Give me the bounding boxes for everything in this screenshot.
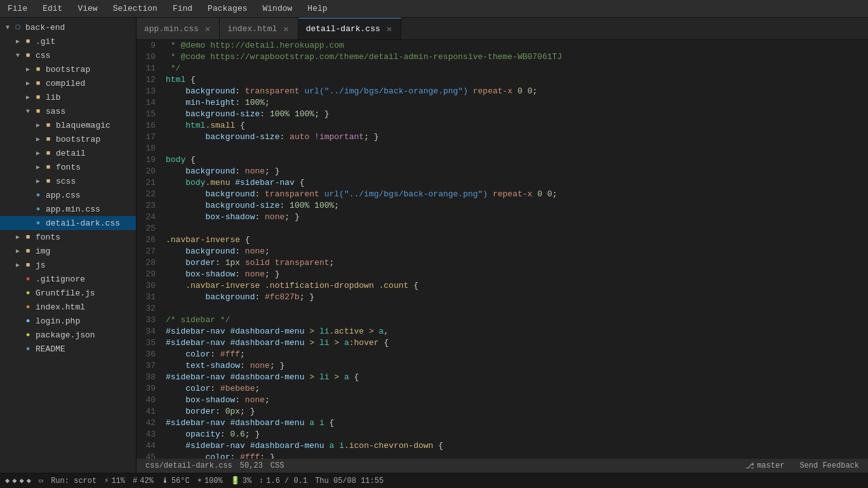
line-16: 16 html.small {: [137, 120, 868, 132]
sidebar-item-login-php[interactable]: ▶ ● login.php: [0, 314, 136, 328]
lib-label: lib: [46, 93, 60, 102]
sidebar-item-gruntfile[interactable]: ▶ ● Gruntfile.js: [0, 286, 136, 300]
sidebar-item-index-html[interactable]: ▶ ● index.html: [0, 300, 136, 314]
brightness-val: 100%: [204, 477, 223, 485]
menu-view[interactable]: View: [75, 3, 100, 15]
compiled-arrow: ▶: [23, 79, 33, 87]
line-11: 11 */: [137, 63, 868, 74]
sass-fonts-label: fonts: [56, 163, 81, 172]
menu-selection[interactable]: Selection: [110, 3, 160, 15]
tab-app-min-css-close[interactable]: ✕: [204, 24, 211, 34]
send-feedback[interactable]: Send Feedback: [796, 459, 863, 473]
sidebar-root[interactable]: ▼ □ back-end: [0, 20, 136, 34]
screen-symbol: ▭: [39, 476, 43, 485]
battery: 🔋 3%: [230, 476, 251, 485]
filepath: css/detail-dark.css: [142, 459, 236, 473]
tab-index-html[interactable]: index.html ✕: [220, 18, 298, 39]
line-45: 45 color: #fff; }: [137, 452, 868, 459]
fonts-arrow: ▶: [13, 233, 23, 241]
sidebar-item-sass[interactable]: ▼ ■ sass: [0, 104, 136, 118]
line-14: 14 min-height: 100%;: [137, 97, 868, 109]
datetime: Thu 05/08 11:55: [315, 477, 384, 485]
menu-packages[interactable]: Packages: [205, 3, 250, 15]
statusbar: css/detail-dark.css 50,23 CSS ⎇ master S…: [137, 459, 868, 473]
line-38: 38#sidebar-nav #dashboard-menu > li > a …: [137, 372, 868, 383]
sidebar-item-scss[interactable]: ▶ ■ scss: [0, 174, 136, 188]
cursor-position: 50,23: [236, 459, 267, 473]
sidebar-item-detail-dark-css[interactable]: ▶ ● detail-dark.css: [0, 216, 136, 230]
package-json-icon: ●: [23, 330, 33, 340]
root-label: back-end: [25, 23, 65, 32]
tab-detail-dark-css[interactable]: detail-dark.css ✕: [298, 18, 401, 39]
menu-find[interactable]: Find: [170, 3, 195, 15]
blaquemagic-arrow: ▶: [33, 121, 43, 129]
tab-app-min-css-label: app.min.css: [144, 24, 199, 34]
menu-window[interactable]: Window: [260, 3, 295, 15]
line-37: 37 text-shadow: none; }: [137, 360, 868, 372]
git-branch[interactable]: ⎇ master: [742, 459, 788, 473]
sidebar-item-css[interactable]: ▼ ■ css: [0, 48, 136, 62]
network-val: 1.6 / 0.1: [266, 477, 307, 485]
detail-dark-css-label: detail-dark.css: [46, 219, 120, 228]
code-editor[interactable]: 9 * @demo http://detail.herokuapp.com 10…: [137, 40, 868, 459]
line-10: 10 * @code https://wrapbootstrap.com/the…: [137, 51, 868, 63]
run-text: Run: scrot: [51, 477, 97, 485]
app-css-icon: ●: [33, 190, 43, 200]
menu-edit[interactable]: Edit: [40, 3, 65, 15]
detail-label: detail: [56, 149, 86, 158]
detail-folder-icon: ■: [43, 148, 53, 158]
sidebar-item-blaquemagic[interactable]: ▶ ■ blaquemagic: [0, 118, 136, 132]
scss-folder-icon: ■: [43, 176, 53, 186]
menubar: File Edit View Selection Find Packages W…: [0, 0, 868, 18]
line-36: 36 color: #fff;: [137, 349, 868, 360]
sidebar-item-lib[interactable]: ▶ ■ lib: [0, 90, 136, 104]
root-arrow: ▼: [3, 24, 13, 31]
js-folder-icon: ■: [23, 260, 33, 270]
percent2-val: 42%: [140, 477, 154, 485]
sidebar-item-package-json[interactable]: ▶ ● package.json: [0, 328, 136, 342]
tab-index-html-close[interactable]: ✕: [282, 24, 290, 34]
gruntfile-icon: ●: [23, 288, 33, 298]
sidebar-item-sass-fonts[interactable]: ▶ ■ fonts: [0, 160, 136, 174]
line-15: 15 background-size: 100% 100%; }: [137, 109, 868, 120]
sidebar-item-app-css[interactable]: ▶ ● app.css: [0, 188, 136, 202]
sidebar-item-fonts[interactable]: ▶ ■ fonts: [0, 230, 136, 244]
temp-icon: 🌡: [161, 476, 169, 485]
menu-help[interactable]: Help: [305, 3, 330, 15]
tab-app-min-css[interactable]: app.min.css ✕: [137, 18, 220, 39]
battery-bat-icon: 🔋: [230, 476, 240, 485]
percent1-val: 11%: [111, 477, 125, 485]
line-32: 32: [137, 303, 868, 315]
sidebar-item-compiled[interactable]: ▶ ■ compiled: [0, 76, 136, 90]
network-icon: ↕: [259, 477, 264, 485]
line-30: 30 .navbar-inverse .notification-dropdow…: [137, 280, 868, 292]
sidebar-item-app-min-css[interactable]: ▶ ● app.min.css: [0, 202, 136, 216]
mem-icon: #: [133, 477, 137, 485]
sidebar-item-img[interactable]: ▶ ■ img: [0, 244, 136, 258]
sass-fonts-arrow: ▶: [33, 163, 43, 171]
sidebar-item-js[interactable]: ▶ ■ js: [0, 258, 136, 272]
sidebar-item-sass-bootstrap[interactable]: ▶ ■ bootstrap: [0, 132, 136, 146]
root-icon: □: [13, 22, 23, 32]
line-29: 29 box-shadow: none; }: [137, 269, 868, 280]
git-label: .git: [36, 37, 55, 46]
package-json-label: package.json: [36, 330, 95, 340]
app-css-label: app.css: [46, 191, 81, 200]
sidebar-item-readme[interactable]: ▶ ● README: [0, 342, 136, 356]
menu-file[interactable]: File: [5, 3, 30, 15]
sass-bootstrap-label: bootstrap: [56, 135, 100, 144]
sidebar-item-bootstrap[interactable]: ▶ ■ bootstrap: [0, 62, 136, 76]
sidebar-item-git[interactable]: ▶ ■ .git: [0, 34, 136, 48]
line-25: 25: [137, 223, 868, 234]
brightness-icon: ☀: [197, 476, 202, 485]
sidebar-item-detail[interactable]: ▶ ■ detail: [0, 146, 136, 160]
css-label: css: [36, 51, 50, 60]
scss-arrow: ▶: [33, 177, 43, 185]
line-43: 43 opacity: 0.6; }: [137, 429, 868, 440]
line-24: 24 box-shadow: none; }: [137, 212, 868, 223]
readme-icon: ●: [23, 344, 33, 354]
sidebar-item-gitignore[interactable]: ▶ ● .gitignore: [0, 272, 136, 286]
line-23: 23 background-size: 100% 100%;: [137, 200, 868, 212]
index-html-label: index.html: [36, 302, 85, 312]
tab-detail-dark-css-close[interactable]: ✕: [385, 24, 393, 34]
